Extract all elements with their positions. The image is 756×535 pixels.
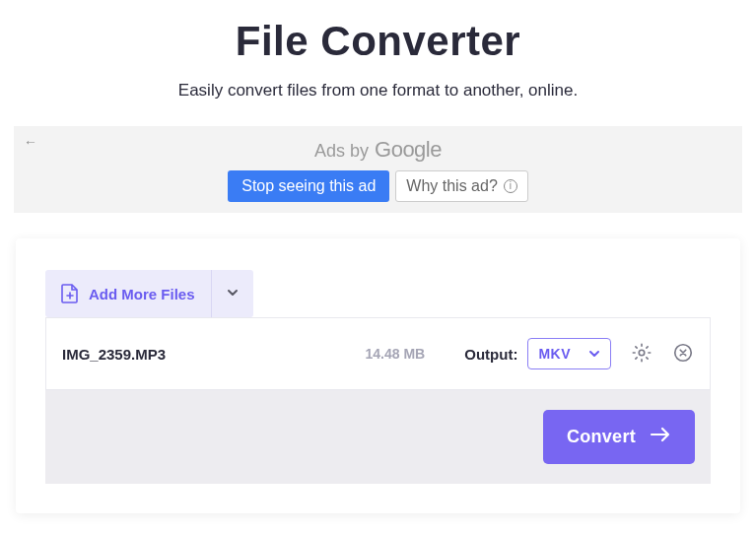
stop-seeing-ad-button[interactable]: Stop seeing this ad [228,170,389,202]
add-more-files-button[interactable]: Add More Files [45,270,211,317]
file-row: IMG_2359.MP3 14.48 MB Output: MKV [45,317,711,390]
file-size: 14.48 MB [366,346,426,362]
why-this-ad-label: Why this ad? [406,177,497,195]
gear-icon [631,342,653,367]
ad-provider: Google [375,137,442,163]
convert-button-label: Convert [567,427,636,447]
chevron-down-icon [588,348,600,360]
add-file-icon [61,284,79,303]
action-bar: Convert [45,390,711,484]
svg-point-0 [639,350,645,356]
why-this-ad-button[interactable]: Why this ad? i [395,170,527,202]
page-title: File Converter [0,18,756,65]
converter-card: Add More Files IMG_2359.MP3 14.48 MB Out… [16,238,740,513]
output-format-value: MKV [538,346,571,362]
file-name: IMG_2359.MP3 [62,346,366,363]
convert-button[interactable]: Convert [543,410,695,464]
add-more-dropdown-button[interactable] [211,270,253,317]
info-icon: i [504,179,517,193]
add-more-files-label: Add More Files [89,286,195,302]
close-icon [672,342,694,367]
settings-button[interactable] [631,342,653,367]
output-format-select[interactable]: MKV [527,338,611,369]
ad-back-arrow-icon[interactable]: ← [24,134,37,150]
remove-file-button[interactable] [672,342,694,367]
page-subtitle: Easily convert files from one format to … [0,81,756,100]
arrow-right-icon [650,426,671,448]
ad-banner: ← Ads by Google Stop seeing this ad Why … [14,126,742,213]
ad-by-label: Ads by [314,141,369,162]
output-label: Output: [464,346,517,363]
ad-by-line: Ads by Google [314,137,442,163]
chevron-down-icon [226,286,240,302]
